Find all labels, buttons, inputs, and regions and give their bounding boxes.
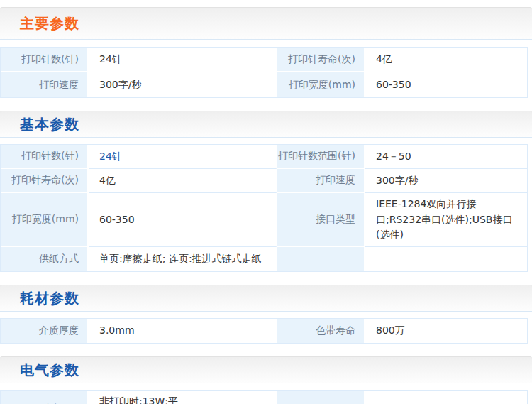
spec-label: 打印针数(针) — [1, 48, 89, 72]
spec-value — [365, 391, 527, 404]
spec-row: 打印针数(针)24针打印针寿命(次)4亿 — [1, 48, 527, 72]
spec-label: 打印宽度(mm) — [1, 193, 89, 247]
spec-row: 供纸方式单页:摩擦走纸; 连页:推进式链式走纸 — [1, 247, 527, 271]
spec-table: 功率(W)非打印时:13W;平均:70W;MAX:180W — [0, 390, 528, 404]
section-header: 耗材参数 — [0, 285, 532, 312]
spec-table: 打印针数(针)24针打印针数范围(针)24－50打印针寿命(次)4亿打印速度30… — [0, 144, 528, 272]
spec-value: IEEE-1284双向并行接口;RS232串口(选件);USB接口(选件) — [365, 193, 527, 247]
spec-value: 60-350 — [89, 193, 277, 247]
spec-label: 功率(W) — [1, 391, 89, 404]
spec-row: 打印宽度(mm)60-350接口类型IEEE-1284双向并行接口;RS232串… — [1, 193, 527, 247]
spec-label: 打印速度 — [277, 169, 365, 193]
spec-row: 功率(W)非打印时:13W;平均:70W;MAX:180W — [1, 391, 527, 404]
spec-section: 电气参数功率(W)非打印时:13W;平均:70W;MAX:180W — [0, 356, 532, 404]
spec-label: 打印针数(针) — [1, 145, 89, 169]
spec-label — [277, 391, 365, 404]
spec-label: 打印针寿命(次) — [277, 48, 365, 72]
spec-row: 打印针寿命(次)4亿打印速度300字/秒 — [1, 169, 527, 193]
spec-label: 打印宽度(mm) — [277, 72, 365, 97]
spec-value: 单页:摩擦走纸; 连页:推进式链式走纸 — [89, 247, 277, 271]
spec-value: 24针 — [89, 145, 277, 169]
spec-value: 4亿 — [89, 169, 277, 193]
spec-section: 耗材参数介质厚度3.0mm色带寿命800万 — [0, 285, 532, 344]
spec-label: 色带寿命 — [277, 319, 365, 343]
spec-value: 300字/秒 — [365, 169, 527, 193]
spec-value: 非打印时:13W;平均:70W;MAX:180W — [89, 391, 277, 404]
spec-value: 4亿 — [365, 48, 527, 72]
section-title: 基本参数 — [20, 115, 79, 134]
spec-value-link[interactable]: 24针 — [99, 149, 122, 165]
section-header: 电气参数 — [0, 356, 532, 383]
spec-sheet: 主要参数打印针数(针)24针打印针寿命(次)4亿打印速度300字/秒打印宽度(m… — [0, 7, 532, 404]
spec-label — [277, 247, 365, 271]
spec-label: 介质厚度 — [1, 319, 89, 343]
spec-label: 供纸方式 — [1, 247, 89, 271]
spec-table: 打印针数(针)24针打印针寿命(次)4亿打印速度300字/秒打印宽度(mm)60… — [0, 47, 528, 98]
spec-table: 介质厚度3.0mm色带寿命800万 — [0, 318, 528, 344]
spec-value: 24针 — [89, 48, 277, 72]
section-title: 电气参数 — [20, 361, 79, 380]
spec-value: 300字/秒 — [89, 72, 277, 97]
spec-value: 3.0mm — [89, 319, 277, 343]
spec-value: 24－50 — [365, 145, 527, 169]
spec-label: 打印针寿命(次) — [1, 169, 89, 193]
spec-row: 打印速度300字/秒打印宽度(mm)60-350 — [1, 72, 527, 97]
spec-label: 打印速度 — [1, 72, 89, 97]
spec-value — [365, 247, 527, 271]
spec-value: 800万 — [365, 319, 527, 343]
section-title: 主要参数 — [20, 14, 79, 33]
spec-row: 打印针数(针)24针打印针数范围(针)24－50 — [1, 145, 527, 169]
spec-value: 60-350 — [365, 72, 527, 97]
spec-row: 介质厚度3.0mm色带寿命800万 — [1, 319, 527, 343]
spec-section: 基本参数打印针数(针)24针打印针数范围(针)24－50打印针寿命(次)4亿打印… — [0, 111, 532, 272]
section-title: 耗材参数 — [20, 289, 79, 308]
spec-label: 打印针数范围(针) — [277, 145, 365, 169]
section-header: 主要参数 — [0, 7, 532, 40]
spec-section: 主要参数打印针数(针)24针打印针寿命(次)4亿打印速度300字/秒打印宽度(m… — [0, 7, 532, 98]
section-header: 基本参数 — [0, 111, 532, 138]
spec-label: 接口类型 — [277, 193, 365, 247]
